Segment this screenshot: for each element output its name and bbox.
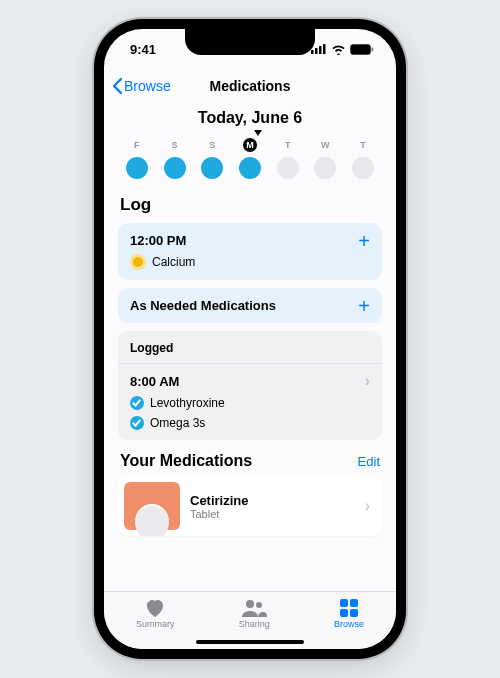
screen: 9:41 Browse Medications [104, 29, 396, 649]
status-time: 9:41 [130, 42, 156, 57]
svg-rect-11 [340, 609, 348, 617]
check-icon [130, 396, 144, 410]
svg-rect-2 [319, 46, 322, 54]
week-day-letter: F [130, 138, 144, 152]
svg-point-7 [246, 600, 254, 608]
date-header: Today, June 6 FSSMTWT [118, 109, 382, 179]
week-day[interactable]: W [310, 138, 340, 179]
tab-label: Browse [334, 619, 364, 629]
your-meds-title: Your Medications [120, 452, 252, 470]
tab-browse[interactable]: Browse [334, 598, 364, 629]
as-needed-card[interactable]: As Needed Medications + [118, 288, 382, 323]
svg-rect-5 [352, 46, 369, 53]
pill-icon [130, 254, 146, 270]
logged-time: 8:00 AM [130, 374, 179, 389]
week-day-dot [239, 157, 261, 179]
tab-sharing[interactable]: Sharing [239, 598, 270, 629]
week-day[interactable]: S [197, 138, 227, 179]
battery-icon [350, 44, 374, 55]
week-day-dot [352, 157, 374, 179]
divider [118, 363, 382, 364]
week-day-dot [277, 157, 299, 179]
as-needed-label: As Needed Medications [130, 298, 276, 313]
wifi-icon [331, 44, 346, 55]
week-day-dot [126, 157, 148, 179]
back-button[interactable]: Browse [112, 69, 171, 103]
week-day[interactable]: T [348, 138, 378, 179]
svg-point-8 [256, 602, 262, 608]
week-day-letter: T [281, 138, 295, 152]
grid-icon [339, 598, 359, 618]
chevron-right-icon: › [365, 372, 370, 390]
week-row: FSSMTWT [118, 138, 382, 179]
log-section-title: Log [120, 195, 382, 215]
people-icon [241, 598, 267, 618]
logged-med-row: Levothyroxine [130, 396, 370, 410]
logged-med-name: Levothyroxine [150, 396, 225, 410]
svg-rect-6 [372, 47, 374, 51]
tab-summary[interactable]: Summary [136, 598, 175, 629]
medication-form: Tablet [190, 508, 249, 520]
logged-card[interactable]: Logged 8:00 AM › Levothyroxine Omega 3s [118, 331, 382, 440]
svg-rect-9 [340, 599, 348, 607]
notch [185, 29, 315, 55]
medication-thumb-icon [124, 482, 180, 530]
scheduled-time: 12:00 PM [130, 233, 186, 248]
your-meds-header: Your Medications Edit [120, 452, 380, 470]
add-scheduled-button[interactable]: + [358, 234, 370, 248]
logged-med-name: Omega 3s [150, 416, 205, 430]
svg-rect-3 [323, 44, 326, 54]
back-label: Browse [124, 78, 171, 94]
chevron-right-icon: › [365, 497, 370, 515]
week-day-letter: W [318, 138, 332, 152]
scheduled-med-name: Calcium [152, 255, 195, 269]
week-day[interactable]: M [235, 138, 265, 179]
nav-header: Browse Medications [104, 69, 396, 103]
logged-label: Logged [130, 341, 370, 355]
tab-bar: Summary Sharing Browse [104, 591, 396, 649]
week-day-letter: M [243, 138, 257, 152]
medication-name: Cetirizine [190, 493, 249, 508]
svg-rect-12 [350, 609, 358, 617]
svg-rect-0 [311, 50, 314, 54]
week-day-letter: S [168, 138, 182, 152]
medication-card[interactable]: Cetirizine Tablet › [118, 476, 382, 536]
check-icon [130, 416, 144, 430]
week-day[interactable]: F [122, 138, 152, 179]
week-day-letter: S [205, 138, 219, 152]
heart-icon [144, 598, 166, 618]
today-title: Today, June 6 [118, 109, 382, 127]
content: Today, June 6 FSSMTWT Log 12:00 PM + Cal… [104, 103, 396, 591]
home-indicator[interactable] [196, 640, 304, 644]
tab-label: Summary [136, 619, 175, 629]
today-indicator-icon [254, 130, 262, 136]
week-day[interactable]: S [160, 138, 190, 179]
week-day-dot [164, 157, 186, 179]
logged-med-row: Omega 3s [130, 416, 370, 430]
week-day[interactable]: T [273, 138, 303, 179]
page-title: Medications [210, 78, 291, 94]
scheduled-card[interactable]: 12:00 PM + Calcium [118, 223, 382, 280]
week-day-dot [201, 157, 223, 179]
tab-label: Sharing [239, 619, 270, 629]
week-day-letter: T [356, 138, 370, 152]
svg-rect-1 [315, 48, 318, 54]
edit-button[interactable]: Edit [358, 454, 380, 469]
scheduled-med-row: Calcium [130, 254, 370, 270]
chevron-left-icon [112, 78, 122, 94]
device-frame: 9:41 Browse Medications [94, 19, 406, 659]
add-as-needed-button[interactable]: + [358, 299, 370, 313]
svg-rect-10 [350, 599, 358, 607]
week-day-dot [314, 157, 336, 179]
